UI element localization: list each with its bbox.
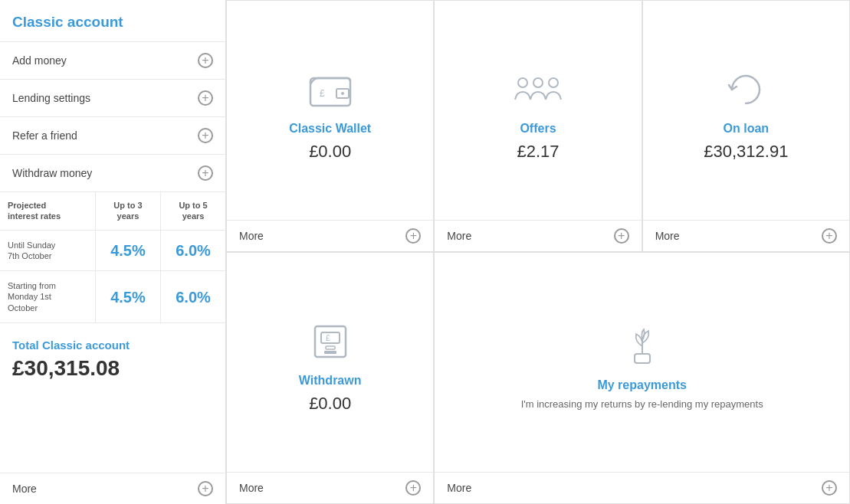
total-section: Total Classic account £30,315.08 xyxy=(0,323,225,473)
rates-row-1: Until Sunday7th October 4.5% 6.0% xyxy=(0,230,225,271)
sidebar-item-lending-settings[interactable]: Lending settings + xyxy=(0,80,225,117)
card-on-loan: On loan £30,312.91 More + xyxy=(642,0,850,252)
card-withdrawn: £ Withdrawn £0.00 More + xyxy=(226,252,434,504)
atm-icon: £ xyxy=(307,319,353,365)
card-on-loan-value: £30,312.91 xyxy=(704,142,788,162)
plant-icon xyxy=(619,323,665,369)
rates-row-1-val1: 4.5% xyxy=(95,230,160,271)
card-offers: Offers £2.17 More + xyxy=(434,0,642,252)
more-plus-icon: + xyxy=(198,481,213,496)
rates-col-header-2: Up to 3years xyxy=(95,192,160,230)
card-my-repayments: My repayments I'm increasing my returns … xyxy=(434,252,850,504)
sidebar: Classic account Add money + Lending sett… xyxy=(0,0,226,504)
card-withdrawn-value: £0.00 xyxy=(309,394,351,414)
card-on-loan-title: On loan xyxy=(724,122,770,136)
refresh-icon xyxy=(723,67,769,113)
card-offers-body: Offers £2.17 xyxy=(435,1,641,220)
rates-col-header-1: Projectedinterest rates xyxy=(0,192,95,230)
card-classic-wallet: £ Classic Wallet £0.00 More + xyxy=(226,0,434,252)
sidebar-item-withdraw-money[interactable]: Withdraw money + xyxy=(0,155,225,192)
card-my-repayments-more[interactable]: More + xyxy=(435,472,849,503)
total-label: Total Classic account xyxy=(12,339,213,352)
svg-rect-11 xyxy=(324,351,336,354)
sidebar-item-label: Withdraw money xyxy=(12,167,92,179)
svg-text:£: £ xyxy=(326,334,330,342)
card-more-icon: + xyxy=(822,228,837,244)
card-offers-more[interactable]: More + xyxy=(435,220,641,251)
svg-point-2 xyxy=(341,92,344,95)
card-on-loan-more[interactable]: More + xyxy=(643,220,849,251)
card-my-repayments-body: My repayments I'm increasing my returns … xyxy=(435,253,849,472)
card-footer-label: More xyxy=(239,230,264,242)
card-withdrawn-title: Withdrawn xyxy=(299,374,362,388)
sidebar-item-add-money[interactable]: Add money + xyxy=(0,42,225,80)
main-grid: £ Classic Wallet £0.00 More + xyxy=(226,0,850,504)
svg-text:£: £ xyxy=(320,88,325,99)
card-more-icon: + xyxy=(405,480,421,496)
add-icon: + xyxy=(198,53,213,68)
svg-rect-12 xyxy=(635,354,650,363)
add-icon: + xyxy=(198,90,213,106)
card-more-icon: + xyxy=(614,228,629,244)
card-offers-title: Offers xyxy=(520,122,556,136)
rates-row-2-val1: 4.5% xyxy=(95,271,160,323)
card-classic-wallet-more[interactable]: More + xyxy=(227,220,433,251)
rates-col-header-3: Up to 5years xyxy=(161,192,225,230)
svg-point-4 xyxy=(518,78,527,87)
rates-row-2: Starting fromMonday 1stOctober 4.5% 6.0% xyxy=(0,271,225,323)
sidebar-more-label: More xyxy=(12,483,37,495)
card-footer-label: More xyxy=(655,230,680,242)
card-classic-wallet-value: £0.00 xyxy=(309,142,351,162)
rates-row-2-label: Starting fromMonday 1stOctober xyxy=(0,271,95,323)
svg-rect-0 xyxy=(310,78,350,106)
rates-table: Projectedinterest rates Up to 3years Up … xyxy=(0,192,225,323)
add-icon: + xyxy=(198,128,213,143)
card-withdrawn-more[interactable]: More + xyxy=(227,472,433,503)
card-footer-label: More xyxy=(239,482,264,494)
sidebar-item-label: Refer a friend xyxy=(12,129,77,142)
wallet-icon: £ xyxy=(307,67,353,113)
card-on-loan-body: On loan £30,312.91 xyxy=(643,1,849,220)
sidebar-item-label: Add money xyxy=(12,54,67,67)
add-icon: + xyxy=(198,165,213,181)
sidebar-item-label: Lending settings xyxy=(12,92,90,104)
sidebar-item-refer-a-friend[interactable]: Refer a friend + xyxy=(0,117,225,155)
svg-point-5 xyxy=(533,78,543,87)
card-my-repayments-desc: I'm increasing my returns by re-lending … xyxy=(514,398,771,410)
rates-row-1-val2: 6.0% xyxy=(161,230,225,271)
card-withdrawn-body: £ Withdrawn £0.00 xyxy=(227,253,433,472)
card-classic-wallet-body: £ Classic Wallet £0.00 xyxy=(227,1,433,220)
card-more-icon: + xyxy=(822,480,837,496)
card-my-repayments-title: My repayments xyxy=(597,378,687,392)
sidebar-more-button[interactable]: More + xyxy=(0,473,225,504)
card-footer-label: More xyxy=(447,230,471,242)
card-more-icon: + xyxy=(405,228,421,244)
total-value: £30,315.08 xyxy=(12,356,213,381)
rates-row-2-val2: 6.0% xyxy=(161,271,225,323)
rates-row-1-label: Until Sunday7th October xyxy=(0,230,95,271)
svg-rect-8 xyxy=(321,332,340,343)
svg-rect-10 xyxy=(326,346,335,349)
card-classic-wallet-title: Classic Wallet xyxy=(289,122,371,136)
svg-point-6 xyxy=(549,78,558,87)
sidebar-title: Classic account xyxy=(0,0,225,42)
card-offers-value: £2.17 xyxy=(517,142,559,162)
card-footer-label: More xyxy=(447,482,471,494)
people-icon xyxy=(515,67,561,113)
